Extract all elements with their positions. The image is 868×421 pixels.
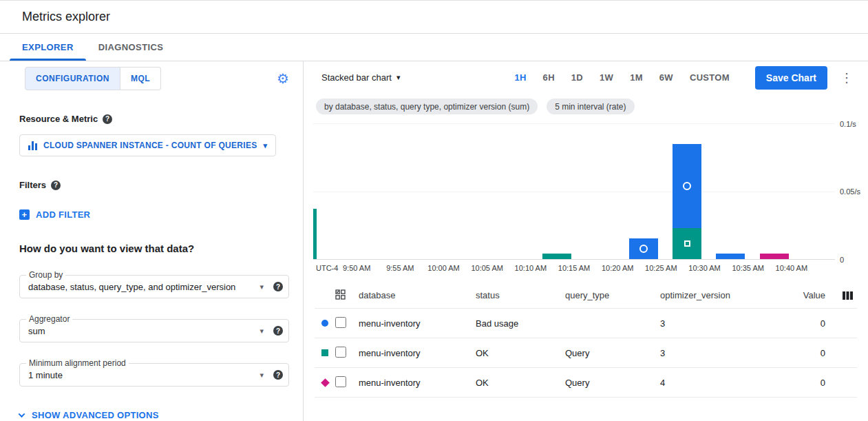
- configuration-mode-button[interactable]: CONFIGURATION: [25, 67, 120, 90]
- chart-type-label: Stacked bar chart: [321, 72, 392, 83]
- header-optimizer-version[interactable]: optimizer_version: [660, 290, 784, 300]
- x-axis-tick: 9:55 AM: [386, 264, 414, 272]
- table-row[interactable]: menu-inventory Bad usage 3 0: [315, 309, 857, 338]
- row-checkbox[interactable]: [335, 376, 346, 387]
- group-by-select[interactable]: Group by database, status, query_type, a…: [19, 275, 289, 298]
- header-value[interactable]: Value: [784, 290, 825, 300]
- time-range-custom[interactable]: CUSTOM: [682, 68, 737, 87]
- save-chart-button[interactable]: Save Chart: [755, 66, 827, 90]
- chart-bar[interactable]: [716, 123, 745, 259]
- table-row[interactable]: menu-inventory OK Query 3 0: [315, 338, 857, 368]
- cell-query-type: Query: [565, 378, 660, 388]
- chart-chip-0[interactable]: by database, status, query type, optimiz…: [316, 99, 538, 114]
- page-header: Metrics explorer: [0, 1, 868, 34]
- add-filter-button[interactable]: + ADD FILTER: [19, 209, 90, 220]
- time-range-6h[interactable]: 6H: [536, 68, 562, 87]
- aggregator-label: Aggregator: [26, 314, 72, 324]
- x-axis-tick: 10:15 AM: [558, 264, 590, 272]
- cell-value: 0: [784, 318, 825, 329]
- row-checkbox[interactable]: [335, 317, 346, 328]
- chevron-down-icon: ▾: [260, 327, 264, 335]
- x-axis-tick: 10:00 AM: [427, 264, 459, 272]
- help-icon[interactable]: ?: [273, 370, 283, 380]
- header-query-type[interactable]: query_type: [565, 290, 660, 300]
- cell-status: Bad usage: [476, 318, 565, 329]
- grid-checkbox-icon[interactable]: [335, 289, 346, 300]
- chart-type-dropdown[interactable]: Stacked bar chart ▾: [316, 68, 405, 87]
- gridline: [313, 192, 835, 192]
- circle-marker-icon: [639, 245, 648, 253]
- help-icon[interactable]: ?: [51, 181, 61, 190]
- bar-segment: [760, 254, 789, 259]
- tab-explorer[interactable]: EXPLORER: [10, 34, 86, 61]
- resource-metric-label: Resource & Metric: [19, 114, 98, 124]
- gear-icon[interactable]: ⚙: [277, 72, 289, 85]
- cell-database: menu-inventory: [359, 318, 476, 329]
- x-axis-tick: 10:40 AM: [776, 264, 807, 272]
- alignment-period-select[interactable]: Minimum alignment period 1 minute ▾ ?: [19, 363, 289, 387]
- circle-marker-icon: [683, 182, 691, 190]
- aggregator-value: sum: [28, 326, 255, 336]
- x-axis-timezone-label: UTC-4: [316, 264, 338, 272]
- bar-segment: [542, 254, 571, 259]
- help-icon[interactable]: ?: [273, 282, 283, 291]
- configuration-panel: CONFIGURATION MQL ⚙ Resource & Metric ? …: [0, 61, 304, 421]
- cell-optimizer-version: 3: [660, 348, 784, 358]
- row-checkbox[interactable]: [335, 347, 346, 358]
- mode-toggle: CONFIGURATION MQL: [25, 67, 161, 90]
- chevron-down-icon: ▾: [260, 283, 264, 291]
- time-range-1m[interactable]: 1M: [622, 68, 650, 87]
- x-axis-tick: 10:30 AM: [688, 264, 720, 272]
- metrics-explorer-app: Metrics explorer EXPLORER DIAGNOSTICS CO…: [0, 0, 868, 421]
- aggregator-select[interactable]: Aggregator sum ▾ ?: [19, 319, 289, 342]
- time-range-1h[interactable]: 1H: [507, 68, 533, 87]
- bar-segment: [313, 209, 317, 259]
- cell-query-type: Query: [565, 348, 660, 358]
- bar-segment: [673, 228, 701, 259]
- legend-marker: [321, 349, 328, 356]
- show-advanced-options-button[interactable]: SHOW ADVANCED OPTIONS: [19, 410, 159, 420]
- kebab-menu-icon[interactable]: ⋮: [836, 68, 857, 88]
- x-axis-tick: 10:35 AM: [732, 264, 763, 272]
- x-axis-tick: 10:25 AM: [645, 264, 677, 272]
- chevron-down-icon: ▾: [264, 142, 268, 150]
- bar-chart-icon: [28, 141, 37, 150]
- time-range-1d[interactable]: 1D: [564, 68, 591, 87]
- cell-value: 0: [784, 378, 825, 388]
- y-axis: 0.1/s0.05/s0: [835, 123, 868, 260]
- legend-marker: [321, 378, 330, 387]
- bar-segment: [716, 254, 745, 259]
- chart-plot[interactable]: [313, 123, 835, 260]
- mql-mode-button[interactable]: MQL: [120, 67, 161, 90]
- alignment-period-label: Minimum alignment period: [26, 358, 129, 368]
- chart-chip-1[interactable]: 5 min interval (rate): [547, 99, 634, 114]
- add-box-icon: +: [19, 209, 30, 220]
- chart-bar[interactable]: [629, 123, 658, 259]
- time-range-group: 1H6H1D1W1M6WCUSTOM: [507, 68, 737, 87]
- x-axis: UTC-49:50 AM9:55 AM10:00 AM10:05 AM10:10…: [313, 260, 835, 274]
- chevron-down-icon: ▾: [396, 74, 401, 81]
- cell-database: menu-inventory: [359, 348, 476, 358]
- header-database[interactable]: database: [359, 290, 476, 300]
- resource-metric-section-label: Resource & Metric ?: [19, 114, 289, 124]
- help-icon[interactable]: ?: [273, 326, 283, 336]
- chart-bar[interactable]: [313, 123, 317, 259]
- cell-optimizer-version: 3: [660, 318, 784, 329]
- chart-bar[interactable]: [673, 123, 701, 259]
- time-range-1w[interactable]: 1W: [592, 68, 621, 87]
- table-row[interactable]: menu-inventory OK Query 4 0: [315, 368, 857, 398]
- x-axis-row: UTC-49:50 AM9:55 AM10:00 AM10:05 AM10:10…: [304, 260, 868, 274]
- chart-bar[interactable]: [542, 123, 571, 259]
- gridline: [313, 123, 835, 124]
- view-data-heading: How do you want to view that data?: [19, 243, 289, 254]
- tab-diagnostics[interactable]: DIAGNOSTICS: [86, 34, 176, 61]
- column-settings-icon[interactable]: [843, 291, 853, 300]
- chart-toolbar: Stacked bar chart ▾ 1H6H1D1W1M6WCUSTOM S…: [304, 61, 868, 94]
- time-range-6w[interactable]: 6W: [652, 68, 681, 87]
- legend-header-row: database status query_type optimizer_ver…: [315, 283, 857, 309]
- chart-bar[interactable]: [760, 123, 789, 259]
- help-icon[interactable]: ?: [103, 114, 112, 124]
- chip-row: by database, status, query type, optimiz…: [304, 94, 868, 114]
- metric-selector-button[interactable]: CLOUD SPANNER INSTANCE - COUNT OF QUERIE…: [19, 134, 276, 156]
- header-status[interactable]: status: [476, 290, 565, 300]
